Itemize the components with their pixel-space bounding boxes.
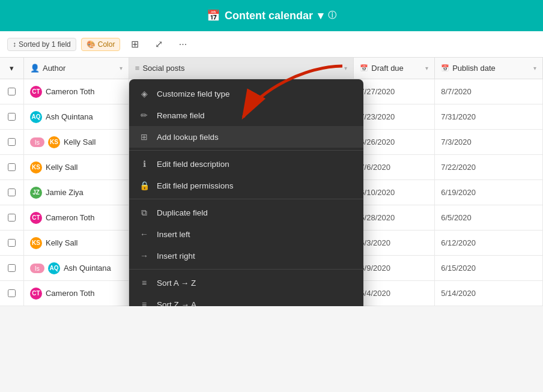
td-publish-date: 6/5/2020 — [435, 205, 543, 230]
menu-item-rename-field[interactable]: ✏ Rename field — [129, 104, 363, 126]
author-name: Kelly Sall — [64, 137, 96, 146]
menu-item-insert-right[interactable]: → Insert right — [129, 245, 363, 267]
menu-edit-field-permissions-label: Edit field permissions — [157, 181, 234, 190]
menu-item-duplicate-field[interactable]: ⧉ Duplicate field — [129, 202, 363, 223]
td-checkbox[interactable] — [0, 281, 24, 306]
td-publish-date: 5/14/2020 — [435, 281, 543, 306]
td-checkbox[interactable] — [0, 130, 24, 154]
app-title: Content calendar — [225, 10, 313, 22]
th-draft-due[interactable]: 📅 Draft due ▾ — [354, 58, 435, 79]
menu-edit-field-description-label: Edit field description — [157, 160, 229, 169]
menu-sort-a-z-icon: ≡ — [139, 277, 150, 288]
expand-button[interactable]: ⤢ — [149, 35, 168, 54]
td-publish-date: 6/12/2020 — [435, 231, 543, 255]
color-button[interactable]: 🎨 Color — [81, 38, 121, 51]
td-draft-date: 6/26/2020 — [354, 130, 435, 154]
author-name: Ash Quintana — [64, 264, 111, 273]
publish-chevron-icon: ▾ — [533, 65, 536, 71]
author-name: Kelly Sall — [46, 238, 77, 247]
author-name: Cameron Toth — [46, 213, 94, 222]
author-chevron-icon: ▾ — [120, 65, 123, 71]
sort-label: Sorted by 1 field — [19, 40, 71, 49]
td-checkbox[interactable] — [0, 180, 24, 205]
td-checkbox[interactable] — [0, 205, 24, 230]
author-name: Ash Quintana — [46, 112, 93, 121]
social-label: Social posts — [142, 64, 184, 73]
menu-divider — [129, 269, 363, 270]
menu-item-customize-field-type[interactable]: ◈ Customize field type — [129, 83, 363, 104]
social-icon: ≡ — [135, 64, 140, 73]
row-checkbox[interactable] — [8, 163, 16, 171]
td-publish-date: 7/3/2020 — [435, 130, 543, 154]
menu-rename-field-label: Rename field — [157, 111, 205, 120]
th-author[interactable]: 👤 Author ▾ — [24, 58, 129, 79]
row-checkbox[interactable] — [8, 289, 16, 297]
th-social-posts[interactable]: ≡ Social posts ▾ — [129, 58, 354, 79]
color-icon: 🎨 — [86, 40, 96, 49]
th-checkbox[interactable]: ▾ — [0, 58, 24, 79]
table-header: ▾ 👤 Author ▾ ≡ Social posts ▾ 📅 Draft du… — [0, 58, 543, 79]
td-publish-date: 8/7/2020 — [435, 79, 543, 104]
td-publish-date: 7/22/2020 — [435, 155, 543, 179]
checkbox-icon: ▾ — [10, 64, 14, 73]
menu-edit-field-permissions-icon: 🔒 — [139, 180, 150, 191]
more-options-button[interactable]: ··· — [173, 35, 192, 54]
draft-icon: 📅 — [360, 64, 368, 72]
td-author: KS Kelly Sall — [24, 155, 129, 179]
title-chevron-icon[interactable]: ▾ — [318, 9, 323, 22]
row-checkbox[interactable] — [8, 138, 16, 146]
row-checkbox[interactable] — [8, 239, 16, 247]
sort-button[interactable]: ↕ Sorted by 1 field — [7, 38, 76, 51]
td-draft-date: 5/4/2020 — [354, 281, 435, 306]
author-name: Cameron Toth — [46, 87, 94, 96]
td-checkbox[interactable] — [0, 104, 24, 129]
sort-icon: ↕ — [13, 40, 16, 49]
td-draft-date: 5/28/2020 — [354, 205, 435, 230]
th-publish-date[interactable]: 📅 Publish date ▾ — [435, 58, 543, 79]
menu-insert-left-label: Insert left — [157, 230, 190, 239]
td-draft-date: 6/9/2020 — [354, 256, 435, 280]
toolbar: ↕ Sorted by 1 field 🎨 Color ⊞ ⤢ ··· — [0, 31, 543, 58]
row-checkbox[interactable] — [8, 188, 16, 196]
row-checkbox[interactable] — [8, 113, 16, 121]
publish-icon: 📅 — [441, 64, 449, 72]
td-author: AQ Ash Quintana — [24, 104, 129, 129]
avatar: CT — [30, 288, 42, 300]
info-icon[interactable]: ⓘ — [328, 10, 336, 21]
draft-label: Draft due — [371, 64, 403, 73]
menu-item-edit-field-description[interactable]: ℹ Edit field description — [129, 153, 363, 175]
menu-sort-z-a-label: Sort Z → A — [157, 300, 196, 307]
menu-item-add-lookup-fields[interactable]: ⊞ Add lookup fields — [129, 126, 363, 148]
author-icon: 👤 — [30, 64, 40, 73]
menu-add-lookup-fields-icon: ⊞ — [139, 131, 150, 142]
menu-rename-field-icon: ✏ — [139, 110, 150, 121]
header-title-group: 📅 Content calendar ▾ ⓘ — [207, 9, 336, 22]
menu-item-sort-a-z[interactable]: ≡ Sort A → Z — [129, 272, 363, 294]
td-draft-date: 7/23/2020 — [354, 104, 435, 129]
td-checkbox[interactable] — [0, 155, 24, 179]
avatar: CT — [30, 212, 42, 224]
menu-item-sort-z-a[interactable]: ≡ Sort Z → A — [129, 294, 363, 306]
app-header: 📅 Content calendar ▾ ⓘ — [0, 0, 543, 31]
row-checkbox[interactable] — [8, 214, 16, 222]
td-draft-date: 7/27/2020 — [354, 79, 435, 104]
td-publish-date: 7/31/2020 — [435, 104, 543, 129]
menu-insert-right-icon: → — [139, 250, 150, 261]
td-publish-date: 6/19/2020 — [435, 180, 543, 205]
menu-item-edit-field-permissions[interactable]: 🔒 Edit field permissions — [129, 175, 363, 196]
td-checkbox[interactable] — [0, 256, 24, 280]
row-checkbox[interactable] — [8, 264, 16, 272]
publish-label: Publish date — [452, 64, 496, 73]
draft-chevron-icon: ▾ — [425, 65, 428, 71]
author-name: Kelly Sall — [46, 163, 77, 172]
row-checkbox[interactable] — [8, 88, 16, 95]
field-context-menu: ◈ Customize field type ✏ Rename field ⊞ … — [129, 79, 363, 306]
td-checkbox[interactable] — [0, 79, 24, 104]
menu-item-insert-left[interactable]: ← Insert left — [129, 223, 363, 245]
avatar: AQ — [48, 262, 60, 274]
grid-view-button[interactable]: ⊞ — [125, 35, 144, 54]
author-name: Cameron Toth — [46, 289, 94, 298]
td-checkbox[interactable] — [0, 231, 24, 255]
author-label: Author — [43, 64, 65, 73]
td-author: ls KS Kelly Sall — [24, 130, 129, 154]
